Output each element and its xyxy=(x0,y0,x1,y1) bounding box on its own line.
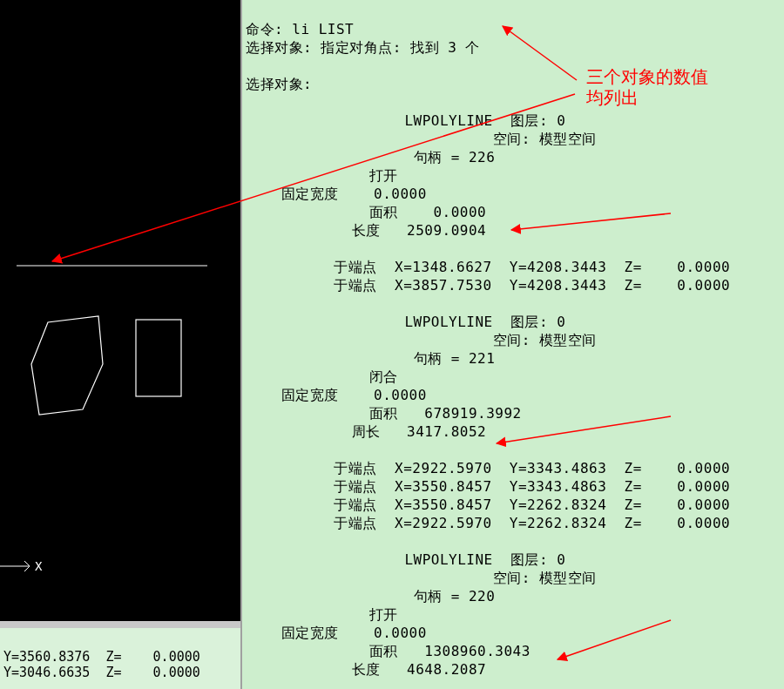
drawing-rect-object xyxy=(136,320,181,396)
cmd-line: LWPOLYLINE 图层: 0 xyxy=(246,551,565,568)
cmd-line: 固定宽度 0.0000 xyxy=(246,387,427,403)
cmd-line: 空间: 模型空间 xyxy=(246,131,597,147)
cmd-line: 选择对象: xyxy=(246,76,312,92)
status-line-2: Y=3046.6635 Z= 0.0000 xyxy=(3,665,200,680)
status-line-1: Y=3560.8376 Z= 0.0000 xyxy=(3,649,200,665)
cmd-line: 空间: 模型空间 xyxy=(246,570,597,586)
drawing-canvas: X xyxy=(0,0,242,628)
cmd-line: 周长 3417.8052 xyxy=(246,423,486,440)
cmd-line: 面积 678919.3992 xyxy=(246,405,522,422)
cmd-line: 句柄 = 220 xyxy=(246,588,495,605)
cmd-line: 打开 xyxy=(246,606,398,623)
cmd-line: 固定宽度 0.0000 xyxy=(246,186,427,202)
text-window-panel[interactable]: 命令: li LIST 选择对象: 指定对角点: 找到 3 个 选择对象: LW… xyxy=(242,0,784,689)
cmd-line: 于端点 X=2922.5970 Y=2262.8324 Z= 0.0000 xyxy=(246,515,730,531)
cmd-line: 闭合 xyxy=(246,368,398,385)
app-container: X Y=3560.8376 Z= 0.0000 Y=3046.6635 Z= 0… xyxy=(0,0,784,689)
cmd-line: 句柄 = 226 xyxy=(246,149,495,165)
ucs-icon xyxy=(0,561,30,571)
cmd-line: 长度 2509.0904 xyxy=(246,222,486,239)
cmd-line: LWPOLYLINE 图层: 0 xyxy=(246,112,565,129)
cmd-line: 面积 0.0000 xyxy=(246,204,486,220)
cmd-line: 于端点 X=3550.8457 Y=2262.8324 Z= 0.0000 xyxy=(246,496,730,513)
cmd-line: 于端点 X=2922.5970 Y=3343.4863 Z= 0.0000 xyxy=(246,460,730,476)
cmd-line: 面积 1308960.3043 xyxy=(246,643,531,659)
cmd-line: 打开 xyxy=(246,167,398,184)
cmd-line: 固定宽度 0.0000 xyxy=(246,625,427,641)
cmd-line: 于端点 X=1348.6627 Y=4208.3443 Z= 0.0000 xyxy=(246,259,730,275)
cmd-line: 空间: 模型空间 xyxy=(246,332,597,348)
cmd-line: 长度 4648.2087 xyxy=(246,661,486,678)
cmd-line: 选择对象: 指定对角点: 找到 3 个 xyxy=(246,39,480,56)
cmd-line: 于端点 X=3550.8457 Y=3343.4863 Z= 0.0000 xyxy=(246,478,730,495)
cmd-line: 句柄 = 221 xyxy=(246,350,495,367)
left-panel: X Y=3560.8376 Z= 0.0000 Y=3046.6635 Z= 0… xyxy=(0,0,242,689)
command-output: 命令: li LIST 选择对象: 指定对角点: 找到 3 个 选择对象: LW… xyxy=(242,0,784,689)
drawing-polygon-object xyxy=(31,316,103,415)
cmd-line: LWPOLYLINE 图层: 0 xyxy=(246,314,565,330)
ucs-x-label: X xyxy=(35,559,43,573)
cmd-line: 命令: li LIST xyxy=(246,21,354,37)
status-bar: Y=3560.8376 Z= 0.0000 Y=3046.6635 Z= 0.0… xyxy=(0,628,240,689)
drawing-area[interactable]: X xyxy=(0,0,240,628)
cmd-line: 于端点 X=3857.7530 Y=4208.3443 Z= 0.0000 xyxy=(246,277,730,294)
